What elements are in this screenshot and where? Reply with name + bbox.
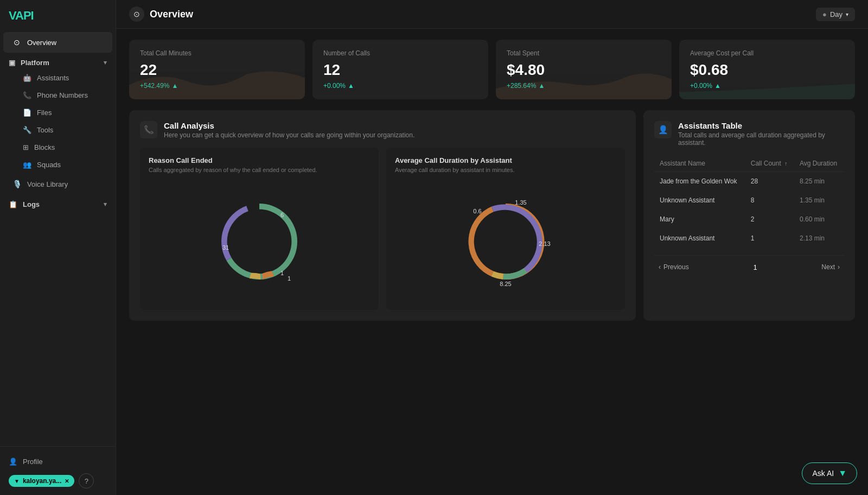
label-1b: 1 bbox=[288, 275, 291, 282]
duration-chart-box: Average Call Duration by Assistant Avera… bbox=[386, 148, 625, 310]
duration-segment-135 bbox=[503, 268, 527, 280]
help-button[interactable]: ? bbox=[79, 473, 94, 488]
logo: VAPI bbox=[9, 9, 34, 23]
cell-count-0: 28 bbox=[745, 172, 794, 191]
reason-chart-box: Reason Call Ended Calls aggregated by re… bbox=[140, 148, 379, 310]
stat-card-1: Number of Calls 12 +0.00% ▲ bbox=[312, 40, 488, 99]
voice-library-icon: 🎙️ bbox=[12, 179, 22, 189]
col-call-count[interactable]: Call Count ↑ bbox=[745, 155, 794, 172]
charts-row: Reason Call Ended Calls aggregated by re… bbox=[140, 148, 625, 310]
donut-hole bbox=[235, 217, 284, 266]
cell-count-2: 2 bbox=[745, 210, 794, 229]
assistants-table-subtitle: Total calls and average call duration ag… bbox=[678, 131, 844, 147]
next-button[interactable]: Next › bbox=[817, 261, 844, 273]
stat-value-1: 12 bbox=[323, 61, 477, 79]
chevron-left-icon: ‹ bbox=[659, 263, 661, 271]
table-row: Jade from the Golden Wok 28 8.25 min bbox=[654, 172, 844, 191]
assistants-table-icon: 👤 bbox=[654, 121, 672, 138]
bottom-section: 📞 Call Analysis Here you can get a quick… bbox=[129, 110, 855, 321]
cell-name-1: Unknown Assistant bbox=[654, 191, 745, 210]
platform-icon: ▣ bbox=[9, 59, 15, 67]
label-825: 8.25 bbox=[500, 281, 511, 287]
profile-row[interactable]: 👤 Profile bbox=[9, 453, 107, 470]
sidebar-bottom: 👤 Profile ▼ kaloyan.ya... ✕ ? bbox=[0, 446, 116, 495]
sort-icon: ↑ bbox=[784, 161, 787, 167]
reason-donut-chart: 31 6 1 1 bbox=[205, 187, 314, 296]
content-area: Total Call Minutes 22 +542.49% ▲ Number … bbox=[116, 29, 868, 495]
sidebar-item-squads[interactable]: 👥 Squads bbox=[3, 156, 112, 173]
cell-count-3: 1 bbox=[745, 229, 794, 248]
pagination: ‹ Previous 1 Next › bbox=[654, 255, 844, 273]
squads-icon: 👥 bbox=[23, 161, 31, 169]
logs-icon: 📋 bbox=[9, 200, 17, 208]
call-analysis-panel: 📞 Call Analysis Here you can get a quick… bbox=[129, 110, 636, 321]
main-content: ⊙ Overview ● Day ▾ Total Call Minutes 22… bbox=[116, 0, 868, 495]
call-analysis-header: 📞 Call Analysis Here you can get a quick… bbox=[140, 121, 625, 139]
label-31: 31 bbox=[222, 244, 229, 251]
assistant-table: Assistant Name Call Count ↑ Avg Duration bbox=[654, 155, 844, 248]
sidebar-section-logs[interactable]: 📋 Logs ▾ bbox=[0, 195, 116, 211]
table-row: Unknown Assistant 1 2.13 min bbox=[654, 229, 844, 248]
table-row: Mary 2 0.60 min bbox=[654, 210, 844, 229]
donut-hole2 bbox=[481, 217, 530, 266]
assistants-table-panel: 👤 Assistants Table Total calls and avera… bbox=[643, 110, 855, 321]
col-assistant-name: Assistant Name bbox=[654, 155, 745, 172]
dot-icon: ● bbox=[822, 10, 827, 18]
label-135: 1.35 bbox=[515, 199, 526, 206]
call-analysis-title: Call Analysis bbox=[164, 121, 414, 130]
assistants-table-title: Assistants Table bbox=[678, 121, 844, 130]
assistants-table-header-text: Assistants Table Total calls and average… bbox=[678, 121, 844, 147]
col-avg-duration: Avg Duration bbox=[794, 155, 844, 172]
assistants-icon: 🤖 bbox=[23, 74, 31, 82]
ask-ai-button[interactable]: Ask AI ▼ bbox=[802, 462, 857, 484]
sidebar-item-voice-library[interactable]: 🎙️ Voice Library bbox=[3, 174, 112, 194]
sidebar-item-overview[interactable]: ⊙ Overview bbox=[3, 32, 112, 53]
cell-duration-3: 2.13 min bbox=[794, 229, 844, 248]
user-badge[interactable]: ▼ kaloyan.ya... ✕ bbox=[9, 475, 74, 487]
sidebar-item-tools[interactable]: 🔧 Tools bbox=[3, 122, 112, 138]
bottom-row: ▼ kaloyan.ya... ✕ ? bbox=[9, 473, 107, 488]
duration-donut-chart: 8.25 2.13 1.35 0.6 bbox=[451, 187, 560, 296]
stat-cards: Total Call Minutes 22 +542.49% ▲ Number … bbox=[129, 40, 855, 99]
stat-card-2: Total Spent $4.80 +285.64% ▲ bbox=[496, 40, 672, 99]
topbar-left: ⊙ Overview bbox=[129, 7, 193, 22]
overview-icon: ⊙ bbox=[12, 37, 22, 47]
label-213: 2.13 bbox=[539, 240, 550, 247]
stat-card-3: Average Cost per Call $0.68 +0.00% ▲ bbox=[679, 40, 855, 99]
topbar: ⊙ Overview ● Day ▾ bbox=[116, 0, 868, 29]
phone-icon: 📞 bbox=[23, 91, 31, 99]
label-6: 6 bbox=[280, 212, 284, 218]
previous-button[interactable]: ‹ Previous bbox=[654, 261, 693, 273]
stat-change-1: +0.00% ▲ bbox=[323, 82, 477, 90]
stat-label-1: Number of Calls bbox=[323, 49, 477, 57]
cell-name-3: Unknown Assistant bbox=[654, 229, 745, 248]
table-row: Unknown Assistant 8 1.35 min bbox=[654, 191, 844, 210]
sidebar-item-files[interactable]: 📄 Files bbox=[3, 104, 112, 121]
label-06: 0.6 bbox=[473, 208, 481, 214]
sidebar-item-phone-numbers[interactable]: 📞 Phone Numbers bbox=[3, 87, 112, 104]
stat-label-0: Total Call Minutes bbox=[140, 49, 294, 57]
call-analysis-header-text: Call Analysis Here you can get a quick o… bbox=[164, 121, 414, 139]
sidebar-item-assistants[interactable]: 🤖 Assistants bbox=[3, 69, 112, 86]
overview-topbar-icon: ⊙ bbox=[129, 7, 144, 22]
day-label: Day bbox=[830, 10, 843, 18]
assistants-table-header: 👤 Assistants Table Total calls and avera… bbox=[654, 121, 844, 147]
duration-chart-title: Average Call Duration by Assistant bbox=[395, 156, 616, 164]
stat-card-0: Total Call Minutes 22 +542.49% ▲ bbox=[129, 40, 305, 99]
chevron-down-icon-logs: ▾ bbox=[104, 201, 107, 208]
chevron-down-icon-day: ▾ bbox=[846, 11, 848, 17]
duration-segment-06 bbox=[492, 271, 503, 280]
chevron-down-icon: ▾ bbox=[104, 59, 107, 66]
logo-area: VAPI bbox=[0, 0, 116, 31]
day-selector[interactable]: ● Day ▾ bbox=[816, 8, 855, 21]
stat-label-3: Average Cost per Call bbox=[690, 49, 844, 57]
cell-duration-0: 8.25 min bbox=[794, 172, 844, 191]
reason-chart-sub: Calls aggregated by reason of why the ca… bbox=[149, 167, 370, 173]
profile-icon: 👤 bbox=[9, 458, 17, 466]
reason-chart-title: Reason Call Ended bbox=[149, 156, 370, 164]
files-icon: 📄 bbox=[23, 109, 31, 117]
cell-duration-1: 1.35 min bbox=[794, 191, 844, 210]
call-analysis-subtitle: Here you can get a quick overview of how… bbox=[164, 131, 414, 139]
sidebar-item-blocks[interactable]: ⊞ Blocks bbox=[3, 139, 112, 156]
sidebar-section-platform[interactable]: ▣ Platform ▾ bbox=[0, 53, 116, 69]
